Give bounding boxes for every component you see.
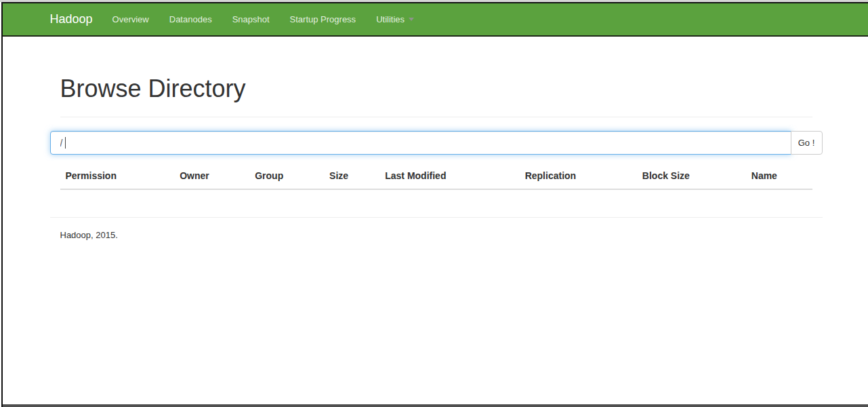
column-header-size: Size bbox=[324, 164, 379, 189]
nav-item-datanodes[interactable]: Datanodes bbox=[159, 3, 222, 35]
page-frame: Hadoop Overview Datanodes Snapshot Start… bbox=[1, 2, 868, 407]
column-header-owner: Owner bbox=[174, 164, 249, 189]
nav-item-utilities-label: Utilities bbox=[376, 3, 405, 35]
nav-item-utilities-dropdown[interactable]: Utilities bbox=[366, 3, 424, 35]
column-header-permission: Permission bbox=[60, 164, 175, 189]
file-table-row: Permission Owner Group Size Last Modifie… bbox=[50, 164, 823, 217]
column-header-group: Group bbox=[249, 164, 324, 189]
nav-item-startup-progress-label: Startup Progress bbox=[290, 3, 356, 35]
page-header: Browse Directory bbox=[60, 75, 812, 117]
nav-item-datanodes-label: Datanodes bbox=[169, 3, 212, 35]
nav-item-snapshot-label: Snapshot bbox=[232, 3, 270, 35]
navbar-menu: Overview Datanodes Snapshot Startup Prog… bbox=[102, 3, 424, 35]
nav-item-overview[interactable]: Overview bbox=[102, 3, 159, 35]
nav-item-startup-progress[interactable]: Startup Progress bbox=[280, 3, 367, 35]
page-title: Browse Directory bbox=[60, 75, 812, 103]
column-header-last-modified: Last Modified bbox=[379, 164, 519, 189]
window-bottom-strip bbox=[3, 404, 868, 407]
navbar-inner: Hadoop Overview Datanodes Snapshot Start… bbox=[40, 3, 833, 35]
main-container: Browse Directory Go ! Permission Owner G… bbox=[40, 75, 833, 240]
top-navbar: Hadoop Overview Datanodes Snapshot Start… bbox=[3, 3, 868, 37]
footer-divider bbox=[50, 217, 823, 218]
directory-path-input[interactable] bbox=[50, 131, 791, 155]
column-header-name: Name bbox=[746, 164, 812, 189]
file-table: Permission Owner Group Size Last Modifie… bbox=[60, 164, 812, 190]
nav-item-overview-label: Overview bbox=[112, 3, 149, 35]
file-table-header-row: Permission Owner Group Size Last Modifie… bbox=[60, 164, 812, 189]
footer-row: Hadoop, 2015. bbox=[50, 230, 823, 240]
page-header-row: Browse Directory bbox=[50, 75, 823, 117]
file-table-head: Permission Owner Group Size Last Modifie… bbox=[60, 164, 812, 189]
column-header-block-size: Block Size bbox=[637, 164, 746, 189]
directory-path-input-group: Go ! bbox=[50, 131, 823, 155]
column-header-replication: Replication bbox=[520, 164, 637, 189]
caret-down-icon bbox=[409, 18, 414, 21]
empty-table-spacer bbox=[60, 190, 812, 217]
footer-text: Hadoop, 2015. bbox=[60, 230, 812, 240]
nav-item-snapshot[interactable]: Snapshot bbox=[222, 3, 280, 35]
go-button[interactable]: Go ! bbox=[791, 131, 823, 155]
navbar-brand-hadoop[interactable]: Hadoop bbox=[50, 3, 93, 35]
